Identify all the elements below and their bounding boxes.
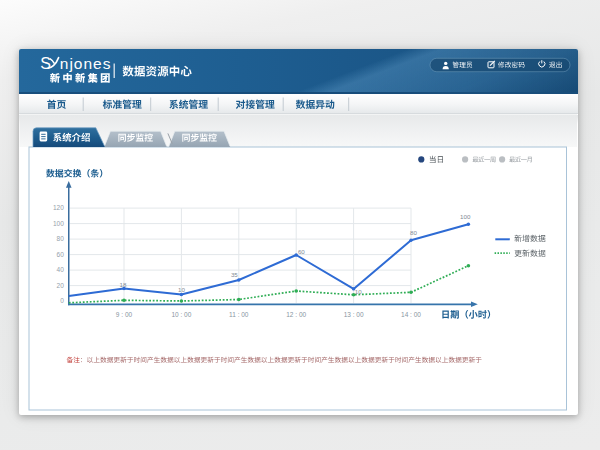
svg-text:0: 0 [60, 297, 64, 304]
svg-text:35: 35 [231, 271, 238, 278]
svg-text:120: 120 [53, 204, 64, 211]
svg-text:10 : 00: 10 : 00 [171, 311, 191, 318]
svg-text:18: 18 [120, 281, 127, 288]
svg-text:10: 10 [178, 286, 185, 293]
svg-text:60: 60 [57, 251, 65, 258]
svg-text:12 : 00: 12 : 00 [286, 311, 306, 318]
svg-text:20: 20 [57, 282, 65, 289]
svg-text:40: 40 [57, 266, 65, 273]
svg-text:80: 80 [410, 229, 417, 236]
svg-text:100: 100 [53, 220, 64, 227]
svg-text:njones: njones [60, 55, 112, 72]
svg-text:S: S [40, 55, 51, 72]
svg-text:10: 10 [355, 288, 362, 295]
svg-text:14 : 00: 14 : 00 [401, 311, 421, 318]
svg-text:60: 60 [298, 248, 305, 255]
svg-text:80: 80 [57, 235, 65, 242]
svg-text:9 : 00: 9 : 00 [116, 311, 133, 318]
svg-text:13 : 00: 13 : 00 [344, 311, 364, 318]
svg-text:100: 100 [460, 213, 471, 220]
svg-text:11 : 00: 11 : 00 [229, 311, 249, 318]
